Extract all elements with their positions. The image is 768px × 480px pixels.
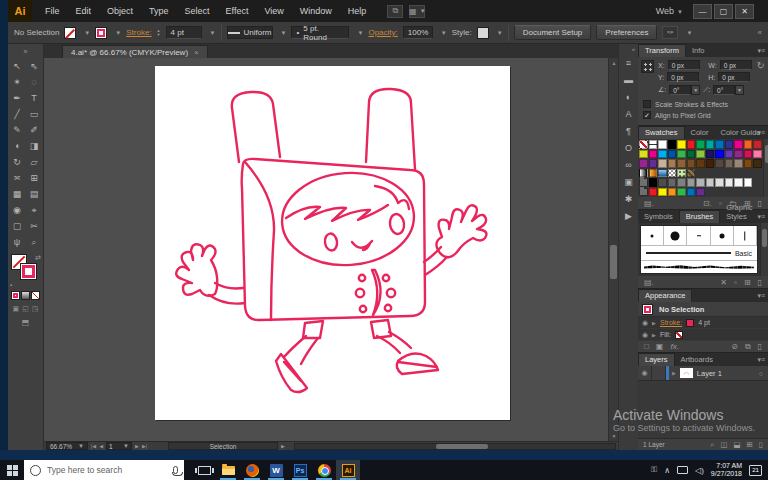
- stroke-indicator[interactable]: [20, 263, 37, 280]
- swatch[interactable]: [706, 140, 715, 149]
- bridge-icon[interactable]: ⧉: [387, 5, 403, 18]
- clear-appearance-icon[interactable]: ⊘: [731, 342, 738, 351]
- document-tab[interactable]: 4.ai* @ 66.67% (CMYK/Preview) ×: [62, 45, 208, 58]
- reference-point-locator[interactable]: [641, 60, 654, 73]
- remove-brush-stroke-icon[interactable]: ✕: [720, 278, 727, 287]
- swatch[interactable]: [734, 169, 743, 178]
- brush-item[interactable]: [734, 226, 757, 245]
- draw-behind-icon[interactable]: ◱: [22, 305, 29, 313]
- swatch[interactable]: [734, 188, 743, 197]
- tool-button[interactable]: ✐: [26, 122, 43, 138]
- brush-item[interactable]: [664, 226, 687, 245]
- transform-field[interactable]: 0 px: [668, 60, 700, 70]
- preferences-button[interactable]: Preferences: [596, 25, 657, 40]
- canvas[interactable]: [44, 58, 608, 441]
- menu-item[interactable]: Window: [293, 3, 339, 19]
- swatch[interactable]: [706, 150, 715, 159]
- checkbox[interactable]: ✓: [643, 111, 651, 119]
- swatch[interactable]: [744, 159, 753, 168]
- tool-button[interactable]: ✎: [9, 122, 26, 138]
- next-artboard-button[interactable]: ▶: [135, 443, 139, 449]
- visibility-eye-icon[interactable]: ◉: [642, 331, 648, 339]
- panel-icon[interactable]: ✱: [621, 192, 637, 205]
- swatch[interactable]: [696, 188, 705, 197]
- panel-icon[interactable]: ▬: [621, 73, 637, 86]
- taskbar-chrome[interactable]: [312, 460, 336, 480]
- menu-item[interactable]: Help: [341, 3, 374, 19]
- swatch[interactable]: [649, 169, 658, 178]
- swatch[interactable]: [753, 178, 762, 187]
- swatch[interactable]: [744, 178, 753, 187]
- swatch[interactable]: [715, 150, 724, 159]
- swatch[interactable]: [715, 178, 724, 187]
- tool-button[interactable]: ▤: [26, 186, 43, 202]
- swatch[interactable]: [658, 188, 667, 197]
- layer-row[interactable]: ◉ ▶ ◠ Layer 1 ○: [638, 366, 768, 381]
- taskbar-firefox[interactable]: [240, 460, 264, 480]
- swatch[interactable]: [725, 178, 734, 187]
- swatch[interactable]: [734, 140, 743, 149]
- brush-item[interactable]: [687, 226, 710, 245]
- swatch[interactable]: [677, 188, 686, 197]
- swatch[interactable]: [744, 169, 753, 178]
- swatch[interactable]: [687, 188, 696, 197]
- status-expand-icon[interactable]: ▶: [281, 443, 285, 449]
- prev-artboard-button[interactable]: ◀: [99, 443, 103, 449]
- swatch[interactable]: [687, 159, 696, 168]
- screen-mode-icon[interactable]: ⬒: [22, 318, 30, 327]
- brush-item[interactable]: [641, 226, 664, 245]
- isolate-icon[interactable]: ✑: [662, 26, 678, 39]
- zoom-level-select[interactable]: 66.67%▼: [46, 442, 88, 450]
- tool-button[interactable]: ✂: [26, 218, 43, 234]
- brushes-scrollbar[interactable]: [760, 223, 768, 276]
- panel-icon[interactable]: A: [621, 107, 637, 120]
- menu-item[interactable]: File: [38, 3, 67, 19]
- add-effect-icon[interactable]: fx.: [670, 342, 678, 351]
- menu-item[interactable]: Effect: [219, 3, 256, 19]
- delete-brush-icon[interactable]: ▯: [758, 278, 762, 287]
- maximize-button[interactable]: ▢: [714, 4, 733, 19]
- swatch[interactable]: [677, 169, 686, 178]
- swatch[interactable]: [668, 188, 677, 197]
- swatch[interactable]: [649, 178, 658, 187]
- layer-name[interactable]: Layer 1: [697, 369, 722, 378]
- swatch[interactable]: [668, 150, 677, 159]
- color-button[interactable]: [11, 291, 20, 300]
- taskbar-photoshop[interactable]: Ps: [288, 460, 312, 480]
- new-stroke-icon[interactable]: □: [644, 342, 649, 351]
- tool-button[interactable]: ◉: [9, 202, 26, 218]
- tool-button[interactable]: ✒: [9, 90, 26, 106]
- tab-symbols[interactable]: Symbols: [638, 211, 679, 223]
- chevron-down-icon[interactable]: ▼: [497, 30, 503, 36]
- minimize-button[interactable]: —: [693, 4, 712, 19]
- arrange-documents-icon[interactable]: ▦▼: [409, 5, 425, 18]
- action-center-icon[interactable]: 21: [749, 465, 762, 476]
- panel-icon[interactable]: ∞: [621, 158, 637, 171]
- start-button[interactable]: [0, 460, 24, 480]
- tool-button[interactable]: ≍: [9, 170, 26, 186]
- tool-button[interactable]: ▢: [9, 218, 26, 234]
- transform-field[interactable]: 0 px: [720, 60, 752, 70]
- swatch[interactable]: [639, 169, 648, 178]
- chevron-down-icon[interactable]: ▼: [735, 85, 744, 95]
- toolbar-collapse[interactable]: »: [8, 44, 44, 58]
- style-swatch[interactable]: [477, 27, 489, 39]
- horizontal-scroll-thumb[interactable]: [436, 444, 488, 449]
- artboard[interactable]: [155, 66, 510, 420]
- checkbox[interactable]: [643, 100, 651, 108]
- fill-stroke-control[interactable]: ⇄ ▪: [8, 254, 43, 288]
- tool-button[interactable]: ▭: [26, 106, 43, 122]
- brush-libraries-icon[interactable]: ▤.: [644, 278, 654, 287]
- expand-triangle-icon[interactable]: ▶: [652, 332, 656, 338]
- stroke-weight-field[interactable]: 4 pt: [166, 26, 202, 39]
- chevron-down-icon[interactable]: ▼: [281, 30, 287, 36]
- swatch[interactable]: [658, 140, 667, 149]
- swatch[interactable]: [715, 140, 724, 149]
- visibility-eye-icon[interactable]: ◉: [642, 319, 648, 327]
- taskbar-word[interactable]: W: [264, 460, 288, 480]
- tool-button[interactable]: ⊞: [26, 170, 43, 186]
- tab-layers[interactable]: Layers: [638, 353, 675, 366]
- swatch[interactable]: [706, 169, 715, 178]
- tab-brushes[interactable]: Brushes: [679, 210, 721, 223]
- taskbar-file-explorer[interactable]: [216, 460, 240, 480]
